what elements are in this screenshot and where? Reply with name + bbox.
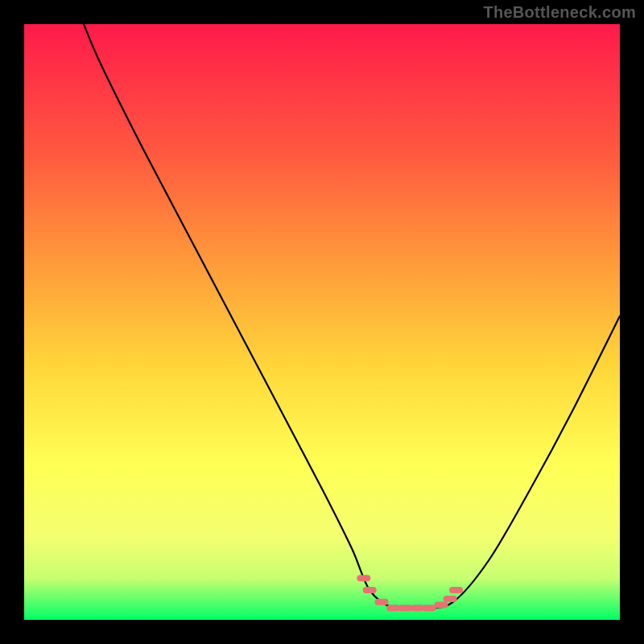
watermark-label: TheBottleneck.com <box>483 3 636 22</box>
chart-svg <box>24 24 620 620</box>
marker-pill <box>423 605 436 611</box>
highlight-markers <box>357 575 463 611</box>
marker-pill <box>357 575 370 581</box>
marker-pill <box>435 602 448 609</box>
marker-pill <box>444 596 457 602</box>
plot-area <box>24 24 620 620</box>
marker-pill <box>375 599 389 605</box>
marker-pill <box>386 605 400 611</box>
marker-pill <box>449 587 463 593</box>
marker-pill <box>411 605 424 611</box>
chart-container: TheBottleneck.com <box>0 0 644 644</box>
curve-line <box>84 24 620 609</box>
marker-pill <box>363 587 377 593</box>
marker-pill <box>398 605 412 611</box>
